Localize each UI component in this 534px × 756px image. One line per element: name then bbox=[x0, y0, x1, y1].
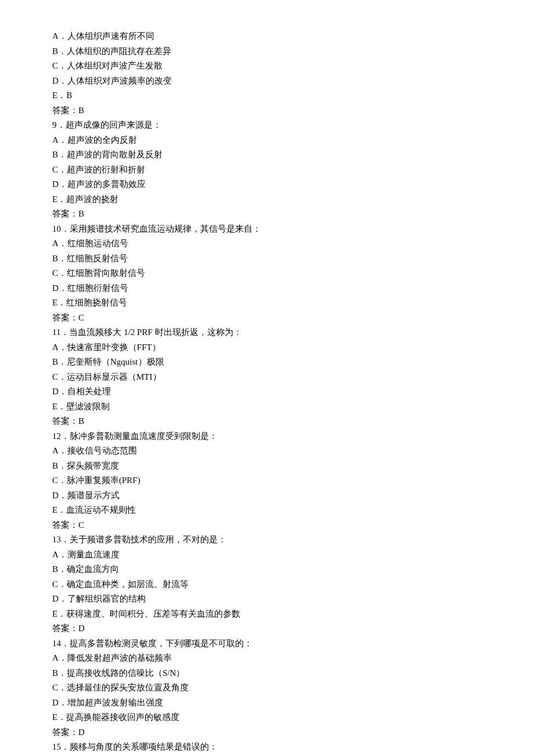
text-line: E．血流运动不规则性 bbox=[52, 503, 482, 518]
text-line: D．人体组织对声波频率的改变 bbox=[52, 74, 482, 89]
question-line: 13．关于频谱多普勒技术的应用，不对的是： bbox=[52, 532, 482, 548]
text-line: D．红细胞衍射信号 bbox=[52, 281, 482, 296]
text-line: A．降低发射超声波的基础频率 bbox=[52, 651, 482, 666]
answer-line: 答案：B bbox=[52, 103, 482, 118]
text-line: A．接收信号动态范围 bbox=[52, 444, 482, 459]
text-line: B．超声波的背向散射及反射 bbox=[52, 147, 482, 163]
text-line: A．人体组织声速有所不同 bbox=[52, 29, 482, 44]
text-line: A．超声波的全内反射 bbox=[52, 133, 482, 148]
question-line: 15．频移与角度的关系哪项结果是错误的： bbox=[52, 740, 482, 755]
question-line: 9．超声成像的回声来源是： bbox=[52, 118, 482, 133]
answer-line: 答案：D bbox=[52, 725, 482, 740]
text-line: D．了解组织器官的结构 bbox=[52, 592, 482, 607]
text-line: E．壁滤波限制 bbox=[52, 399, 482, 415]
text-line: C．超声波的衍射和折射 bbox=[52, 163, 482, 178]
text-line: B．确定血流方向 bbox=[52, 562, 482, 577]
text-line: E．红细胞挠射信号 bbox=[52, 296, 482, 311]
question-line: 14．提高多普勒检测灵敏度，下列哪项是不可取的： bbox=[52, 636, 482, 651]
answer-line: 答案：D bbox=[52, 621, 482, 636]
question-line: 11．当血流频移大 1/2 PRF 时出现折返，这称为： bbox=[52, 325, 482, 340]
text-line: C．选择最佳的探头安放位置及角度 bbox=[52, 681, 482, 696]
text-line: E．获得速度、时间积分、压差等有关血流的参数 bbox=[52, 607, 482, 622]
text-line: D．频谱显示方式 bbox=[52, 488, 482, 503]
text-line: C．人体组织对声波产生发散 bbox=[52, 59, 482, 74]
text-line: A．快速富里叶变换（FFT） bbox=[52, 340, 482, 355]
text-line: B．探头频带宽度 bbox=[52, 459, 482, 474]
answer-line: 答案：B bbox=[52, 414, 482, 429]
question-line: 10．采用频谱技术研究血流运动规律，其信号是来自： bbox=[52, 222, 482, 237]
text-line: E．提高换能器接收回声的敏感度 bbox=[52, 710, 482, 725]
document-page: A．人体组织声速有所不同 B．人体组织的声阻抗存在差异 C．人体组织对声波产生发… bbox=[0, 0, 534, 756]
text-line: D．增加超声波发射输出强度 bbox=[52, 696, 482, 711]
text-line: A．红细胞运动信号 bbox=[52, 236, 482, 251]
text-line: E．超声波的挠射 bbox=[52, 192, 482, 207]
text-line: C．红细胞背向散射信号 bbox=[52, 266, 482, 281]
text-line: B．尼奎斯特（Ngquist）极限 bbox=[52, 355, 482, 370]
text-line: A．测量血流速度 bbox=[52, 548, 482, 563]
text-line: B．红细胞反射信号 bbox=[52, 251, 482, 267]
text-line: C．运动目标显示器（MTI） bbox=[52, 370, 482, 385]
answer-line: 答案：C bbox=[52, 311, 482, 326]
text-line: B．人体组织的声阻抗存在差异 bbox=[52, 44, 482, 59]
text-line: E．B bbox=[52, 88, 482, 103]
text-line: B．提高接收线路的信噪比（S/N） bbox=[52, 666, 482, 681]
text-line: C．确定血流种类，如层流、射流等 bbox=[52, 577, 482, 592]
text-line: C．脉冲重复频率(PRF) bbox=[52, 473, 482, 488]
text-line: D．自相关处理 bbox=[52, 384, 482, 399]
answer-line: 答案：B bbox=[52, 207, 482, 222]
answer-line: 答案：C bbox=[52, 518, 482, 533]
question-line: 12．脉冲多普勒测量血流速度受到限制是： bbox=[52, 429, 482, 444]
text-line: D．超声波的多普勒效应 bbox=[52, 177, 482, 192]
